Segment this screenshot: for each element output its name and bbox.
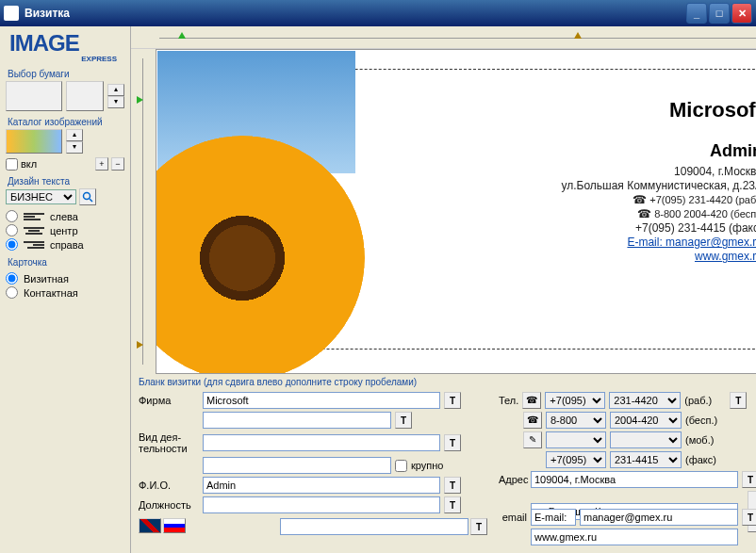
card-phone2: ☎ 8-800 2004-420 (бесп.) — [355, 207, 756, 220]
card-business-label: Визитная — [24, 273, 69, 285]
input-email-prefix[interactable] — [531, 509, 576, 526]
canvas[interactable]: Microsoft Admin 109004, г.Москва ул.Боль… — [156, 49, 756, 374]
design-section-label: Дизайн текста — [8, 176, 124, 187]
font-btn-activity[interactable]: T — [444, 434, 461, 451]
input-firma[interactable] — [203, 392, 440, 409]
font-btn-email[interactable]: T — [742, 509, 756, 526]
krupno-checkbox[interactable] — [395, 460, 407, 472]
ruler-marker-left[interactable] — [178, 32, 186, 39]
input-web[interactable] — [531, 529, 738, 545]
catalog-thumb[interactable] — [6, 129, 62, 154]
card-addr1: 109004, г.Москва — [355, 165, 756, 178]
label-addr: Адрес — [499, 474, 527, 485]
font-btn-fio[interactable]: T — [444, 477, 461, 494]
label-activity: Вид дея- тельности — [139, 431, 199, 454]
catalog-minus-button[interactable]: − — [111, 157, 124, 171]
font-btn-tel[interactable]: T — [730, 392, 747, 409]
vkl-label: вкл — [21, 158, 37, 170]
left-panel: IMAGE EXPRESS Выбор бумаги ▴ ▾ Каталог и… — [0, 26, 131, 553]
titlebar: Визитка _ □ ✕ — [0, 0, 756, 26]
logo-subtitle: EXPRESS — [6, 55, 124, 63]
svg-point-0 — [84, 193, 90, 200]
label-email: email — [499, 512, 527, 523]
font-btn-addr[interactable]: T — [742, 471, 756, 488]
label-krupno: крупно — [411, 460, 443, 471]
card-email: E-mail: manager@gmex.ru — [355, 236, 756, 249]
label-fio: Ф.И.О. — [139, 480, 199, 491]
lang-ru-button[interactable] — [163, 518, 186, 533]
svg-line-1 — [90, 199, 92, 202]
vertical-ruler[interactable] — [131, 49, 156, 374]
input-firma2[interactable] — [203, 412, 391, 429]
label-position: Должность — [139, 499, 199, 511]
label-firma: Фирма — [139, 395, 199, 406]
center-panel: Microsoft Admin 109004, г.Москва ул.Боль… — [131, 26, 756, 553]
catalog-section-label: Каталог изображений — [8, 117, 124, 127]
align-left-label: слева — [50, 211, 78, 222]
paper-preview-1[interactable] — [6, 81, 62, 111]
ruler-marker-right[interactable] — [574, 32, 582, 39]
font-btn-firma2[interactable]: T — [395, 412, 412, 429]
paper-down-button[interactable]: ▾ — [107, 96, 124, 108]
input-fio[interactable] — [203, 477, 440, 494]
design-select[interactable]: БИЗНЕС — [6, 189, 76, 204]
input-activity[interactable] — [203, 434, 440, 451]
paper-preview-2[interactable] — [66, 81, 104, 111]
vkl-checkbox[interactable] — [6, 158, 18, 171]
phone-icon-2[interactable]: ☎ — [523, 412, 542, 429]
catalog-down-button[interactable]: ▾ — [66, 141, 83, 154]
card-company: Microsoft — [355, 98, 756, 122]
input-addr1[interactable] — [531, 471, 738, 488]
card-addr2: ул.Большая Коммунистическая, д.23А — [355, 179, 756, 192]
input-email[interactable] — [580, 509, 738, 526]
catalog-plus-button[interactable]: + — [95, 157, 108, 171]
card-web: www.gmex.ru — [355, 250, 756, 263]
phone-icon-3[interactable]: ✎ — [523, 431, 542, 448]
font-btn-position2[interactable]: T — [470, 518, 487, 535]
align-left-radio[interactable] — [6, 210, 18, 222]
card-phone3: +7(095) 231-4415 (факс) — [355, 221, 756, 235]
horizontal-ruler[interactable] — [159, 36, 756, 41]
design-search-button[interactable] — [79, 188, 96, 205]
align-right-radio[interactable] — [6, 238, 18, 251]
phone-prefix-3[interactable] — [546, 431, 606, 448]
logo: IMAGE — [9, 32, 124, 55]
align-right-label: справа — [50, 239, 84, 251]
app-icon — [4, 6, 19, 21]
font-btn-position[interactable]: T — [444, 496, 461, 513]
card-name: Admin — [355, 141, 756, 161]
card-business-radio[interactable] — [6, 272, 18, 285]
card-contact-radio[interactable] — [6, 286, 18, 299]
window-title: Визитка — [25, 7, 684, 20]
input-position2[interactable] — [280, 518, 468, 535]
vruler-marker-top[interactable] — [137, 96, 143, 104]
phone-prefix-1[interactable]: +7(095) — [545, 392, 605, 409]
phone-num-3[interactable] — [610, 431, 682, 448]
label-tel: Тел. — [499, 395, 518, 406]
card-section-label: Карточка — [8, 257, 124, 268]
card-image — [176, 79, 355, 339]
paper-up-button[interactable]: ▴ — [107, 84, 124, 96]
lang-uk-button[interactable] — [139, 518, 161, 533]
phone-prefix-2[interactable]: 8-800 — [546, 412, 606, 429]
phone-type-2: (бесп.) — [685, 415, 727, 426]
maximize-button[interactable]: □ — [709, 3, 730, 24]
form-area: Фирма T T Вид дея- тельности T — [131, 390, 756, 553]
input-activity2[interactable] — [203, 457, 391, 474]
phone-type-4: (факс) — [685, 454, 727, 465]
phone-num-4[interactable]: 231-4415 — [610, 451, 682, 468]
catalog-up-button[interactable]: ▴ — [66, 129, 83, 141]
phone-type-3: (моб.) — [685, 434, 727, 446]
close-button[interactable]: ✕ — [731, 3, 752, 24]
vruler-marker-bottom[interactable] — [137, 341, 143, 349]
phone-num-2[interactable]: 2004-420 — [610, 412, 682, 429]
phone-num-1[interactable]: 231-4420 — [609, 392, 681, 409]
phone-prefix-4[interactable]: +7(095) — [546, 451, 606, 468]
font-btn-firma[interactable]: T — [444, 392, 461, 409]
phone-type-1: (раб.) — [684, 395, 726, 406]
input-position[interactable] — [203, 496, 440, 513]
phone-icon-1[interactable]: ☎ — [522, 392, 541, 409]
minimize-button[interactable]: _ — [686, 3, 707, 24]
align-center-radio[interactable] — [6, 224, 18, 236]
card-contact-label: Контактная — [24, 287, 78, 299]
